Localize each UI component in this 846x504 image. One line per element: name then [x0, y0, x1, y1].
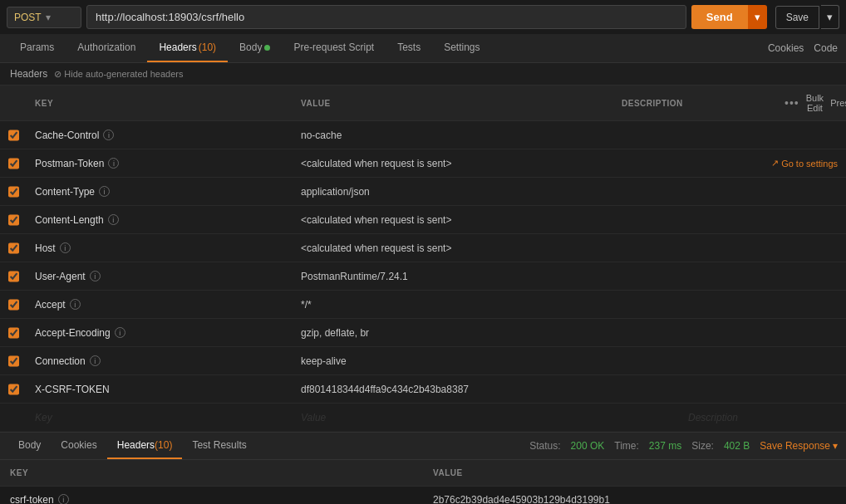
table-row: Accept i */* [0, 291, 846, 319]
row-value: <calculated when request is sent> [293, 154, 580, 174]
send-arrow-button[interactable]: ▾ [748, 5, 767, 29]
row-desc [680, 385, 846, 394]
goto-settings-link[interactable]: ↗ Go to settings [746, 154, 846, 173]
empty-desc-cell[interactable]: Description [680, 408, 846, 428]
info-icon[interactable]: i [70, 299, 81, 310]
row-desc [680, 272, 846, 281]
row-checkbox[interactable] [0, 238, 27, 258]
row-checkbox[interactable] [0, 323, 27, 343]
row-checkbox[interactable] [0, 182, 27, 202]
tab-prerequest[interactable]: Pre-request Script [282, 34, 386, 62]
row-checkbox[interactable] [0, 125, 27, 145]
tab-headers[interactable]: Headers(10) [147, 34, 228, 62]
header-actions-col: ••• Bulk Edit Presets ▾ [780, 89, 846, 117]
row-desc [680, 244, 846, 252]
row-value: PostmanRuntime/7.24.1 [293, 267, 680, 286]
table-row: X-CSRF-TOKEN df801418344d4ffa9c434c2b43b… [0, 375, 846, 404]
row-key: Postman-Token i [27, 154, 293, 174]
empty-value-cell[interactable]: Value [293, 408, 680, 428]
empty-key-cell[interactable]: Key [27, 408, 293, 428]
save-arrow-button[interactable]: ▾ [821, 5, 839, 29]
res-tab-cookies[interactable]: Cookies [51, 433, 106, 459]
nav-tabs: Params Authorization Headers(10) Body Pr… [0, 34, 846, 63]
tab-authorization[interactable]: Authorization [66, 34, 147, 62]
res-tab-test-results[interactable]: Test Results [182, 433, 256, 459]
row-checkbox[interactable] [0, 379, 27, 399]
bulk-edit-button[interactable]: Bulk Edit [806, 93, 824, 113]
tab-body[interactable]: Body [228, 34, 282, 62]
row-checkbox[interactable] [0, 351, 27, 371]
body-dot [264, 45, 270, 51]
row-value: df801418344d4ffa9c434c2b43ba8387 [293, 379, 680, 399]
info-icon[interactable]: i [108, 158, 119, 169]
save-button[interactable]: Save [775, 6, 819, 29]
time-value: 237 ms [649, 440, 681, 452]
res-row-value: 2b76c2b39dad4e45903b129b4d3199b1 [423, 490, 846, 505]
row-key: User-Agent i [27, 267, 293, 286]
row-checkbox[interactable] [0, 295, 27, 315]
row-desc [680, 357, 846, 365]
method-arrow: ▾ [46, 12, 74, 23]
tab-tests[interactable]: Tests [386, 34, 432, 62]
code-link[interactable]: Code [814, 42, 838, 54]
info-icon[interactable]: i [108, 214, 119, 225]
size-value: 402 B [724, 440, 750, 452]
row-desc [680, 131, 846, 139]
info-icon[interactable]: i [99, 186, 110, 197]
row-desc [680, 301, 846, 309]
row-desc [580, 159, 746, 168]
info-icon[interactable]: i [90, 271, 101, 281]
save-btn-group: Save ▾ [775, 5, 839, 29]
row-key: Content-Type i [27, 182, 293, 202]
response-area: Body Cookies Headers(10) Test Results St… [0, 433, 846, 504]
method-select[interactable]: POST ▾ [7, 7, 81, 28]
info-icon[interactable]: i [60, 242, 71, 253]
hide-autogenerated-link[interactable]: ⊘ Hide auto-generated headers [54, 69, 183, 80]
row-key: Host i [27, 238, 293, 258]
res-header-value: VALUE [423, 464, 846, 482]
info-icon[interactable]: i [115, 327, 125, 338]
tab-settings[interactable]: Settings [432, 34, 491, 62]
info-icon[interactable]: i [58, 494, 69, 504]
table-row: Cache-Control i no-cache [0, 121, 846, 149]
row-checkbox[interactable] [0, 267, 27, 286]
presets-button[interactable]: Presets ▾ [830, 98, 846, 109]
row-value: no-cache [293, 125, 680, 145]
empty-table-row: Key Value Description [0, 404, 846, 432]
res-tab-body[interactable]: Body [8, 433, 51, 459]
row-checkbox[interactable] [0, 210, 27, 230]
size-label: Size: [691, 440, 714, 452]
nav-right: Cookies Code [768, 42, 838, 54]
row-value: <calculated when request is sent> [293, 210, 680, 230]
response-tabs: Body Cookies Headers(10) Test Results St… [0, 433, 846, 460]
row-value: */* [293, 295, 680, 315]
row-checkbox[interactable] [0, 154, 27, 174]
info-icon[interactable]: i [103, 130, 114, 140]
row-key: Connection i [27, 351, 293, 371]
row-value: <calculated when request is sent> [293, 238, 680, 258]
header-desc-col: DESCRIPTION [613, 95, 780, 112]
cookies-link[interactable]: Cookies [768, 42, 804, 54]
tab-params[interactable]: Params [8, 34, 66, 62]
row-key: Accept i [27, 295, 293, 315]
info-icon[interactable]: i [90, 355, 101, 366]
row-key: Accept-Encoding i [27, 323, 293, 343]
empty-checkbox-cell [0, 413, 27, 422]
status-label: Status: [529, 440, 560, 452]
row-value: application/json [293, 182, 680, 202]
save-response-button[interactable]: Save Response ▾ [760, 440, 838, 452]
status-value: 200 OK [571, 440, 605, 452]
res-table-row: csrf-token i 2b76c2b39dad4e45903b129b4d3… [0, 487, 846, 504]
row-key: Cache-Control i [27, 125, 293, 145]
header-key-col: KEY [27, 95, 293, 112]
res-header-key: KEY [0, 464, 423, 482]
headers-subbar: Headers ⊘ Hide auto-generated headers [0, 63, 846, 86]
res-tab-headers[interactable]: Headers(10) [107, 433, 183, 459]
header-checkbox-col [0, 99, 27, 107]
top-bar: POST ▾ Send ▾ Save ▾ [0, 0, 846, 34]
send-button[interactable]: Send [691, 5, 748, 29]
more-button[interactable]: ••• [785, 96, 799, 110]
res-row-key: csrf-token i [0, 490, 423, 505]
url-input[interactable] [86, 5, 686, 29]
response-table-header: KEY VALUE [0, 460, 846, 487]
